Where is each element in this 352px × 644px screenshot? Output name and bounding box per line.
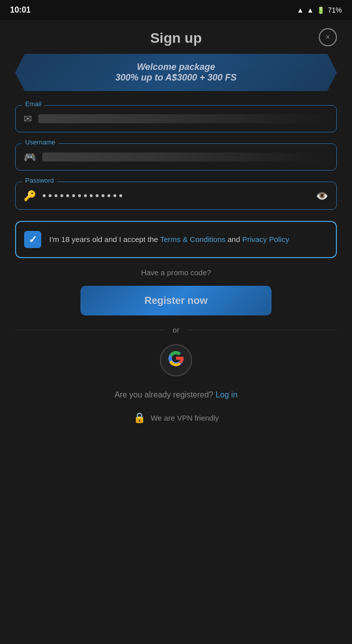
register-button[interactable]: Register now (80, 286, 272, 315)
signal-icon: ▲ (297, 6, 304, 14)
battery-icon: 🔋 (317, 7, 325, 14)
banner-line1: Welcome package (27, 62, 325, 72)
password-field-group: Password 🔑 •••••••••••••• 👁️ (15, 182, 337, 210)
terms-conditions-link[interactable]: Terms & Conditions (160, 235, 225, 244)
welcome-banner: Welcome package 300% up to A$3000 + 300 … (15, 54, 337, 91)
terms-text-middle: and (225, 235, 242, 244)
email-field-group: Email ✉ (15, 105, 337, 132)
status-icons: ▲ ▲ 🔋 71% (297, 6, 342, 14)
terms-checkbox[interactable]: ✓ (24, 231, 41, 248)
password-input-wrapper[interactable]: 🔑 •••••••••••••• 👁️ (15, 182, 337, 210)
promo-code-text: Have a promo code? (15, 268, 337, 277)
password-dots: •••••••••••••• (42, 189, 310, 202)
username-field-group: Username 🎮 (15, 143, 337, 171)
divider-line-left (15, 330, 164, 330)
username-input-wrapper[interactable]: 🎮 (15, 143, 337, 171)
already-registered-text: Are you already registered? (115, 390, 214, 399)
username-icon: 🎮 (24, 151, 36, 163)
terms-text: I'm 18 years old and I accept the Terms … (49, 234, 289, 246)
password-label: Password (22, 177, 57, 184)
modal-header: Sign up × (15, 20, 337, 54)
vpn-text: We are VPN friendly (151, 414, 219, 422)
battery-level: 71% (328, 6, 342, 14)
password-icon: 🔑 (24, 190, 36, 202)
checkmark-icon: ✓ (29, 233, 37, 246)
login-link[interactable]: Log in (216, 390, 238, 399)
privacy-policy-link[interactable]: Privacy Policy (242, 235, 289, 244)
email-icon: ✉ (24, 113, 32, 125)
signup-modal: Sign up × Welcome package 300% up to A$3… (0, 20, 352, 439)
status-time: 10:01 (10, 6, 31, 15)
username-value-blur (42, 152, 328, 162)
close-button[interactable]: × (319, 28, 337, 46)
email-input-wrapper[interactable]: ✉ (15, 105, 337, 132)
banner-line2: 300% up to A$3000 + 300 FS (27, 72, 325, 83)
email-value-blur (38, 114, 328, 123)
already-registered-section: Are you already registered? Log in (15, 390, 337, 399)
google-signin-button[interactable] (160, 344, 192, 376)
terms-text-before: I'm 18 years old and I accept the (49, 235, 160, 244)
divider-text: or (172, 326, 179, 334)
google-icon (167, 349, 185, 371)
page-title: Sign up (150, 30, 202, 46)
vpn-icon: 🔒 (133, 412, 146, 424)
divider-line-right (188, 330, 337, 330)
toggle-password-icon[interactable]: 👁️ (316, 190, 328, 202)
terms-box[interactable]: ✓ I'm 18 years old and I accept the Term… (15, 221, 337, 258)
username-label: Username (22, 138, 58, 146)
status-bar: 10:01 ▲ ▲ 🔋 71% (0, 0, 352, 20)
google-btn-wrapper (15, 344, 337, 376)
close-icon: × (325, 33, 330, 42)
vpn-friendly-section: 🔒 We are VPN friendly (15, 412, 337, 424)
wifi-icon: ▲ (307, 6, 314, 14)
or-divider: or (15, 326, 337, 334)
email-label: Email (22, 100, 45, 108)
